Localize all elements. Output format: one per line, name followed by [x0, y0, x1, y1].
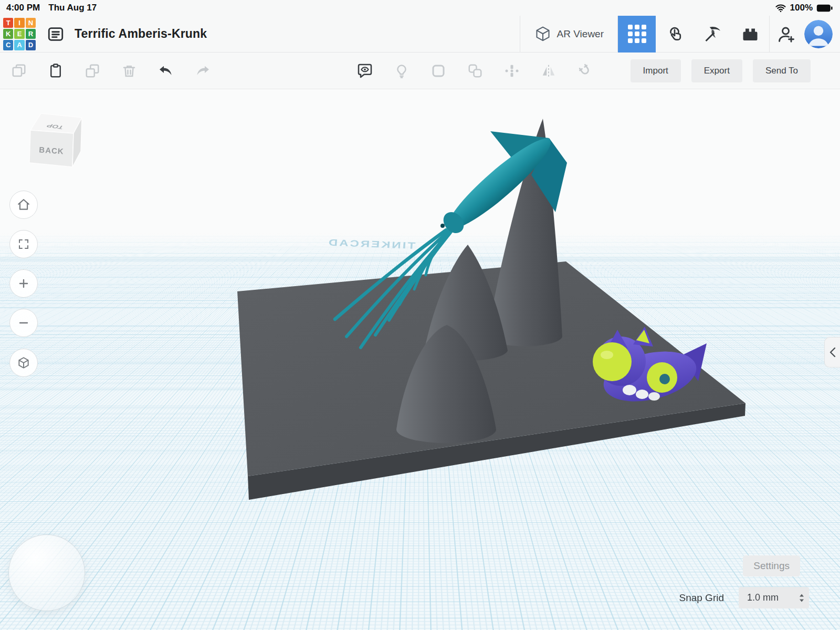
toolbar-edit-group: [7, 59, 215, 83]
add-person-icon: [777, 25, 796, 44]
copy-button[interactable]: [7, 59, 31, 83]
brick-icon: [741, 25, 760, 44]
zoom-out-button[interactable]: [9, 309, 38, 337]
scene-models: [0, 89, 840, 630]
wifi-icon: [775, 3, 786, 13]
duplicate-button[interactable]: [80, 59, 104, 83]
navigation-joystick[interactable]: [8, 534, 85, 611]
settings-button[interactable]: Settings: [743, 555, 800, 576]
status-indicators: 100%: [775, 3, 833, 13]
group-button[interactable]: [426, 59, 450, 83]
panel-chevron-icon: [828, 346, 837, 358]
design-properties-button[interactable]: [45, 24, 66, 45]
design-title[interactable]: Terrific Amberis-Krunk: [75, 27, 207, 41]
zoom-in-button[interactable]: [9, 269, 38, 298]
logo-tile: C: [3, 40, 13, 50]
ar-cube-icon: [534, 25, 552, 43]
align-button[interactable]: [500, 59, 524, 83]
redo-button[interactable]: [191, 59, 215, 83]
logo-tile: A: [14, 40, 24, 50]
lego-view-button[interactable]: [731, 16, 769, 52]
status-time: 4:00 PM: [6, 3, 40, 13]
header: T I N K E R C A D Terrific Amberis-Krunk…: [0, 16, 840, 52]
cat-pupil: [659, 374, 670, 384]
snap-grid-value: 1.0 mm: [747, 592, 779, 603]
ar-viewer-button[interactable]: AR Viewer: [520, 16, 617, 52]
shapes-panel-toggle[interactable]: [824, 337, 840, 368]
logo-tile: D: [26, 40, 36, 50]
grid-view-icon: [628, 25, 646, 43]
battery-percent: 100%: [790, 3, 813, 13]
import-button[interactable]: Import: [631, 59, 681, 82]
snap-stepper-icon: [799, 593, 805, 603]
avatar[interactable]: [804, 20, 833, 48]
mirror-button[interactable]: [537, 59, 561, 83]
home-view-button[interactable]: [9, 191, 38, 219]
logo-tile: K: [3, 29, 13, 39]
logo-tile: N: [26, 18, 36, 28]
squid-eye: [440, 224, 445, 228]
view-cube-back-label: BACK: [39, 145, 64, 155]
header-right-cluster: AR Viewer: [520, 16, 840, 52]
hand-tap-icon: [665, 25, 684, 44]
export-button[interactable]: Export: [691, 59, 742, 82]
sim-lab-button[interactable]: [656, 16, 694, 52]
cat-tooth: [636, 390, 648, 399]
cat-tooth: [623, 385, 636, 395]
pickaxe-icon: [703, 25, 722, 44]
snap-grid-dropdown[interactable]: 1.0 mm: [739, 587, 809, 608]
cat-tooth: [648, 392, 660, 401]
cat-eye-highlight: [601, 351, 613, 359]
logo-tile: E: [14, 29, 24, 39]
ungroup-button[interactable]: [463, 59, 487, 83]
toolbar-io-group: Import Export Send To: [631, 59, 811, 82]
view-cube[interactable]: TOP BACK: [23, 106, 85, 170]
snap-grid-label: Snap Grid: [679, 592, 724, 604]
logo-tile: I: [14, 18, 24, 28]
logo-tile: R: [26, 29, 36, 39]
battery-icon: [816, 4, 833, 12]
toolbar: Import Export Send To: [0, 52, 840, 89]
add-person-button[interactable]: [770, 16, 803, 52]
magnet-button[interactable]: [573, 59, 597, 83]
perspective-toggle-button[interactable]: [9, 349, 38, 377]
editor-view-button[interactable]: [618, 16, 656, 52]
cat-eye-left: [593, 342, 632, 381]
notes-visibility-button[interactable]: [353, 59, 377, 83]
paste-button[interactable]: [44, 59, 68, 83]
fit-view-button[interactable]: [9, 230, 38, 258]
logo-tile: T: [3, 18, 13, 28]
snap-grid-control: Snap Grid 1.0 mm: [679, 587, 809, 608]
delete-button[interactable]: [117, 59, 141, 83]
undo-button[interactable]: [154, 59, 178, 83]
status-bar: 4:00 PM Thu Aug 17 100%: [0, 0, 840, 16]
tinkercad-logo[interactable]: T I N K E R C A D: [3, 18, 36, 50]
3d-viewport[interactable]: TINKERCAD: [0, 89, 840, 630]
ar-viewer-label: AR Viewer: [557, 28, 604, 40]
tips-bulb-button[interactable]: [390, 59, 414, 83]
toolbar-tools-group: [353, 59, 597, 83]
send-to-button[interactable]: Send To: [753, 59, 811, 82]
view-cube-top-face[interactable]: [30, 113, 82, 133]
minecraft-view-button[interactable]: [694, 16, 731, 52]
status-date: Thu Aug 17: [48, 3, 97, 13]
